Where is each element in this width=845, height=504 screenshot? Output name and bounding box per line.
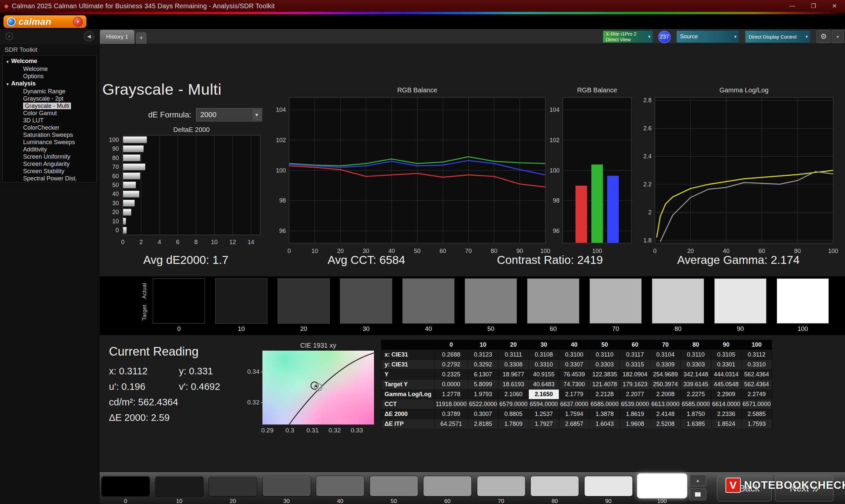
display-control-dropdown[interactable]: Direct Display Control ▼ [745,30,810,43]
grayscale-swatch-100 [777,278,829,324]
table-cell: 2.2077 [620,390,650,399]
svg-text:90: 90 [112,145,119,152]
pattern-button-100[interactable] [637,473,687,498]
table-column-header: 0 [435,340,468,350]
table-cell: 0.3309 [650,360,681,370]
results-table: 0102030405060708090100x: CIE310.26880.31… [381,340,772,429]
svg-text:50: 50 [414,248,421,254]
table-cell: 1.7594 [559,409,589,419]
settings-gear-button[interactable]: ⚙ [816,30,830,43]
table-cell: 6585.0000 [681,399,711,409]
de-formula-label: dE Formula: [148,110,191,120]
table-cell: 2.2008 [650,390,681,399]
tree-item-colorchecker[interactable]: ColorChecker [3,124,96,131]
tree-section-analysis[interactable]: ▾Analysis [3,80,96,88]
calman-logo-button[interactable]: calman ▼ [3,15,87,28]
grayscale-swatch-20 [278,278,330,324]
logo-dropdown-icon[interactable]: ▼ [73,17,83,27]
de-formula-dropdown[interactable]: 2000 ▼ [196,108,262,121]
cie-x-tick: 0.33 [351,427,363,434]
pattern-button-0[interactable] [101,476,150,497]
sidebar-collapse-button[interactable]: ◀ [84,31,94,41]
extra-panel-button[interactable]: ▾ [832,30,844,43]
pattern-button-80[interactable] [530,476,579,497]
tree-item-saturation-sweeps[interactable]: Saturation Sweeps [3,131,96,139]
add-tab-button[interactable]: + [136,32,146,44]
avg-cct-stat: Avg CCT: 6584 [328,253,405,267]
tab-history-1[interactable]: History 1 [100,30,135,44]
table-cell: 2.5208 [650,419,681,429]
cie-locus-overlay [262,350,374,425]
pattern-label: 30 [262,498,311,504]
tree-item-label: ColorChecker [23,124,59,131]
maximize-button[interactable]: ❐ [803,0,824,12]
svg-text:60: 60 [440,248,446,254]
svg-text:30: 30 [112,200,119,206]
next-button[interactable]: Next » [775,475,833,501]
source-dropdown[interactable]: Source ▼ [676,30,739,43]
tree-item-color-gamut[interactable]: Color Gamut [3,109,96,117]
pattern-window-button[interactable] [689,488,706,500]
table-cell: 2.4148 [650,409,681,419]
tree-item-spectral-power-dist[interactable]: Spectral Power Dist. [3,175,96,182]
swatch-label: 70 [589,325,642,332]
pattern-button-60[interactable] [423,476,472,497]
xy-reading: x: 0.3112 y: 0.331 [109,366,264,381]
tree-item-grayscale-2pt[interactable]: Grayscale - 2pt [3,95,96,102]
next-chevrons-icon: » [812,483,818,494]
pattern-button-40[interactable] [316,476,365,497]
pattern-button-90[interactable] [584,476,633,497]
table-cell: 121.4078 [589,380,620,390]
svg-text:2.8: 2.8 [643,97,652,104]
minimize-button[interactable]: — [781,0,803,12]
sidebar-menu-icon[interactable] [5,32,13,40]
expander-icon[interactable]: ▾ [6,58,8,65]
current-reading-panel: Current Reading x: 0.3112 y: 0.331 u': 0… [109,345,264,428]
tree-item-label: Luminance Sweeps [23,139,75,145]
grayscale-swatch-80 [652,278,704,324]
pattern-button-10[interactable] [155,476,204,497]
svg-text:0: 0 [121,239,124,246]
close-button[interactable]: ✕ [824,0,845,12]
swatch-label: 0 [153,325,205,332]
svg-text:100: 100 [109,137,119,143]
tree-item-screen-stability[interactable]: Screen Stability [3,167,96,175]
bottom-collapse-button[interactable]: ▲ [689,475,706,487]
tree-item-options[interactable]: Options [3,73,96,80]
tree-item-additivity[interactable]: Additivity [3,146,96,153]
pattern-button-20[interactable] [209,476,257,497]
table-cell: 2.5885 [741,409,772,419]
de-formula-row: dE Formula: 2000 ▼ [148,108,262,121]
table-cell: 0.3112 [741,350,772,360]
table-cell: 1.2778 [435,390,468,399]
tree-item-grayscale-multi[interactable]: Grayscale - Multi [3,102,96,109]
table-cell: 6579.0000 [498,399,528,409]
sidebar-top-strip: ◀ [0,29,100,44]
table-cell: 2.2749 [741,390,772,399]
svg-text:96: 96 [279,228,286,234]
tree-item-luminance-sweeps[interactable]: Luminance Sweeps [3,139,96,146]
meter-dropdown[interactable]: X-Rite i1Pro 2 Direct View ▼ [603,30,653,43]
pattern-button-70[interactable] [477,476,526,497]
svg-text:10: 10 [312,248,318,254]
tree-section-label: Analysis [11,80,36,87]
tree-section-welcome[interactable]: ▾Welcome [3,57,96,65]
cie-chart-title: CIE 1931 xy [300,342,336,349]
expander-icon[interactable]: ▾ [6,80,8,88]
grayscale-swatch-60 [527,278,579,324]
tree-item-screen-uniformity[interactable]: Screen Uniformity [3,153,96,160]
table-cell: 64.2571 [435,419,468,429]
tree-item-screen-angularity[interactable]: Screen Angularity [3,160,96,167]
tree-item-welcome[interactable]: Welcome [3,65,96,73]
daylight-locus-line [289,353,374,425]
pattern-button-50[interactable] [370,476,418,497]
next-label: Next [790,483,809,494]
calman-logo-text: calman [18,17,52,27]
swatch-label: 80 [652,325,704,332]
table-cell: 254.9689 [650,370,681,380]
tree-item-3d-lut[interactable]: 3D LUT [3,117,96,124]
tree-item-dynamic-range[interactable]: Dynamic Range [3,88,96,95]
table-cell: 250.3974 [650,380,681,390]
pattern-button-30[interactable] [262,476,311,497]
back-button[interactable]: « Back [717,475,772,501]
